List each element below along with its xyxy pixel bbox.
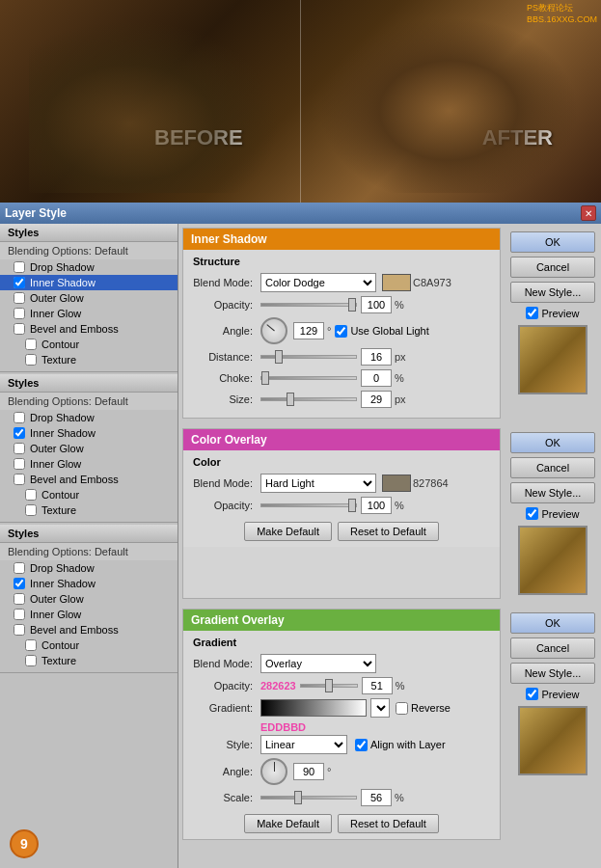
contour-checkbox-2[interactable] — [25, 489, 37, 501]
opacity-slider-2[interactable] — [260, 503, 357, 507]
bevel-emboss-checkbox-2[interactable] — [14, 474, 25, 485]
opacity-label-2: Opacity: — [193, 500, 260, 511]
gradient-dropdown-3[interactable]: ▼ — [370, 698, 390, 718]
cancel-button-2[interactable]: Cancel — [510, 457, 595, 478]
opacity-input-1[interactable] — [361, 296, 392, 313]
distance-input-1[interactable] — [361, 348, 392, 366]
sidebar-item-drop-shadow-3[interactable]: Drop Shadow — [0, 560, 178, 576]
sidebar-item-bevel-emboss-1[interactable]: Bevel and Emboss — [0, 321, 178, 337]
opacity-input-2[interactable] — [361, 497, 392, 514]
color-swatch-2[interactable] — [382, 475, 411, 492]
sidebar-item-bevel-emboss-3[interactable]: Bevel and Emboss — [0, 622, 178, 637]
inner-shadow-checkbox-2[interactable] — [14, 427, 25, 439]
inner-shadow-checkbox-3[interactable] — [14, 578, 25, 589]
make-default-button-2[interactable]: Make Default — [244, 522, 332, 541]
blend-mode-row-3: Blend Mode: Overlay Normal Hard Light Co… — [193, 654, 490, 673]
sidebar-item-contour-2[interactable]: Contour — [0, 487, 178, 502]
contour-checkbox-3[interactable] — [25, 639, 37, 651]
inner-glow-checkbox-2[interactable] — [14, 458, 25, 470]
preview-box-3 — [518, 706, 587, 775]
inner-shadow-panel: Inner Shadow Structure Blend Mode: Color… — [182, 228, 501, 419]
sidebar-item-inner-glow-3[interactable]: Inner Glow — [0, 607, 178, 622]
style-select-3[interactable]: Linear Radial Angle Reflected Diamond — [260, 735, 347, 754]
scale-input-3[interactable] — [361, 789, 392, 806]
reverse-checkbox-3[interactable] — [396, 702, 408, 715]
scale-slider-3[interactable] — [260, 796, 357, 800]
opacity-slider-3[interactable] — [300, 684, 358, 688]
size-input-1[interactable] — [361, 391, 392, 408]
sidebar-item-bevel-emboss-2[interactable]: Bevel and Emboss — [0, 472, 178, 487]
use-global-light-checkbox-1[interactable] — [335, 325, 347, 338]
reset-default-button-2[interactable]: Reset to Default — [338, 522, 439, 541]
angle-dial-1[interactable] — [260, 317, 287, 344]
texture-checkbox-3[interactable] — [25, 655, 37, 666]
sidebar-item-texture-1[interactable]: Texture — [0, 352, 178, 367]
cancel-button-1[interactable]: Cancel — [510, 257, 595, 278]
sidebar-item-inner-shadow-3[interactable]: Inner Shadow — [0, 576, 178, 591]
bevel-emboss-checkbox-1[interactable] — [14, 323, 25, 335]
choke-slider-1[interactable] — [260, 376, 357, 380]
ok-button-1[interactable]: OK — [510, 231, 595, 253]
angle-input-3[interactable] — [293, 763, 324, 780]
color-swatch-1[interactable] — [382, 274, 411, 291]
close-button[interactable]: ✕ — [581, 205, 596, 221]
inner-glow-checkbox-1[interactable] — [14, 308, 25, 319]
angle-dial-3[interactable] — [260, 758, 287, 785]
inner-glow-checkbox-3[interactable] — [14, 609, 25, 620]
sidebar-item-drop-shadow-1[interactable]: Drop Shadow — [0, 259, 178, 275]
sidebar-item-drop-shadow-2[interactable]: Drop Shadow — [0, 410, 178, 425]
sidebar-item-texture-3[interactable]: Texture — [0, 653, 178, 668]
drop-shadow-checkbox-3[interactable] — [14, 562, 25, 574]
sidebar-item-contour-3[interactable]: Contour — [0, 637, 178, 653]
align-layer-checkbox-3[interactable] — [355, 739, 368, 751]
texture-checkbox-1[interactable] — [25, 354, 37, 366]
bevel-emboss-checkbox-3[interactable] — [14, 624, 25, 636]
right-buttons-1: OK Cancel New Style... Preview — [505, 224, 601, 422]
sidebar-item-inner-glow-1[interactable]: Inner Glow — [0, 306, 178, 321]
preview-check-1[interactable] — [526, 307, 538, 319]
blend-mode-row-1: Blend Mode: Color Dodge Normal Hard Ligh… — [193, 273, 490, 292]
size-slider-1[interactable] — [260, 397, 357, 401]
opacity-input-3[interactable] — [362, 677, 393, 694]
outer-glow-checkbox-2[interactable] — [14, 443, 25, 454]
drop-shadow-checkbox-2[interactable] — [14, 412, 25, 423]
new-style-button-3[interactable]: New Style... — [510, 663, 595, 684]
opacity-row-2: Opacity: % — [193, 497, 490, 514]
inner-shadow-row: Inner Shadow Structure Blend Mode: Color… — [178, 224, 601, 422]
choke-input-1[interactable] — [361, 369, 392, 387]
outer-glow-checkbox-3[interactable] — [14, 593, 25, 605]
sidebar-item-inner-glow-2[interactable]: Inner Glow — [0, 456, 178, 472]
sidebar-item-contour-1[interactable]: Contour — [0, 337, 178, 352]
sidebar-item-texture-2[interactable]: Texture — [0, 502, 178, 518]
sidebar-item-inner-shadow-1[interactable]: Inner Shadow — [0, 275, 178, 290]
drop-shadow-checkbox-1[interactable] — [14, 261, 25, 273]
blend-mode-select-3[interactable]: Overlay Normal Hard Light Color Dodge — [260, 654, 376, 673]
preview-check-3[interactable] — [526, 688, 538, 700]
ok-button-2[interactable]: OK — [510, 432, 595, 453]
color-title: Color — [193, 456, 490, 468]
angle-input-1[interactable] — [293, 322, 324, 339]
new-style-button-2[interactable]: New Style... — [510, 482, 595, 503]
distance-slider-1[interactable] — [260, 355, 357, 359]
choke-row-1: Choke: % — [193, 369, 490, 387]
inner-shadow-checkbox-1[interactable] — [14, 277, 25, 288]
cancel-button-3[interactable]: Cancel — [510, 637, 595, 659]
preview-check-2[interactable] — [526, 507, 538, 520]
sidebar-item-outer-glow-3[interactable]: Outer Glow — [0, 591, 178, 607]
contour-checkbox-1[interactable] — [25, 339, 37, 350]
sidebar-item-outer-glow-1[interactable]: Outer Glow — [0, 290, 178, 306]
reset-default-button-3[interactable]: Reset to Default — [338, 814, 439, 833]
sidebar-item-inner-shadow-2[interactable]: Inner Shadow — [0, 425, 178, 441]
outer-glow-checkbox-1[interactable] — [14, 292, 25, 304]
blend-mode-select-1[interactable]: Color Dodge Normal Hard Light Overlay — [260, 273, 376, 292]
make-default-button-3[interactable]: Make Default — [244, 814, 332, 833]
blend-mode-select-2[interactable]: Hard Light Normal Color Dodge Overlay — [260, 474, 376, 493]
sidebar-item-outer-glow-2[interactable]: Outer Glow — [0, 441, 178, 456]
gradient-title: Gradient — [193, 637, 490, 648]
ok-button-3[interactable]: OK — [510, 612, 595, 634]
texture-checkbox-2[interactable] — [25, 504, 37, 516]
opacity-slider-1[interactable] — [260, 303, 357, 307]
new-style-button-1[interactable]: New Style... — [510, 282, 595, 303]
gradient-preview-3[interactable] — [260, 699, 367, 717]
color-overlay-header: Color Overlay — [183, 429, 500, 450]
